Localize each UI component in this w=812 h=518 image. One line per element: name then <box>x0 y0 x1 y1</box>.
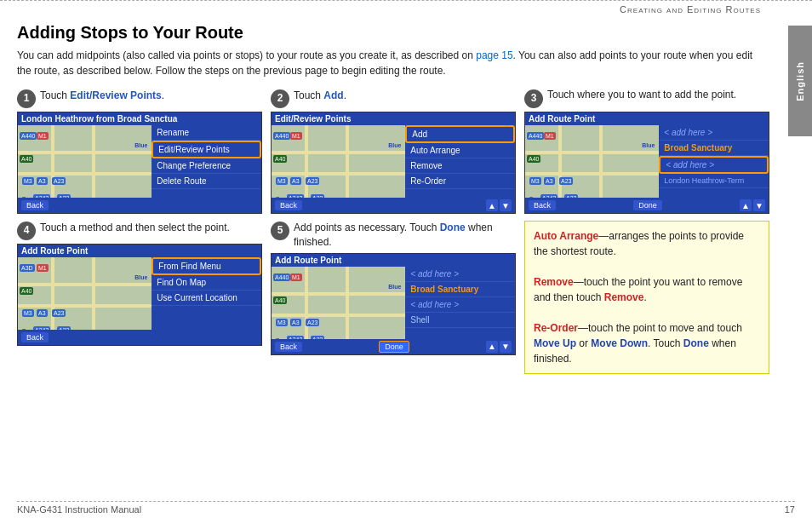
step-3-block: 3 Touch where you to want to add the poi… <box>524 89 769 214</box>
step-3-back-btn[interactable]: Back <box>529 200 556 210</box>
step-5-header: 5 Add points as necessary. Touch Done wh… <box>271 221 516 250</box>
step-5-broad-sanctuary: Broad Sanctuary <box>405 282 515 297</box>
step-3-map-title: Add Route Point <box>525 112 769 125</box>
step-4-find-on-map: Find On Map <box>152 275 261 291</box>
step-5-done-btn[interactable]: Done <box>379 341 409 353</box>
step-1-back-btn[interactable]: Back <box>21 200 49 210</box>
step-5-bottom-bar: Back Done ▲ ▼ <box>272 339 515 354</box>
step-4-map-title: Add Route Point <box>18 245 261 257</box>
step-2-up-arrow[interactable]: ▲ <box>486 199 498 211</box>
step-5-block: 5 Add points as necessary. Touch Done wh… <box>271 221 516 374</box>
page-header: Creating and Editing Routes <box>0 0 812 16</box>
step-1-edit-review: Edit/Review Points <box>152 141 261 158</box>
step-2-down-arrow[interactable]: ▼ <box>500 199 512 211</box>
step-4-header: 4 Touch a method and then select the poi… <box>17 221 262 240</box>
step-4-bottom-bar: Back <box>18 330 261 345</box>
step-4-instruction: Touch a method and then select the point… <box>40 221 230 235</box>
step-5-map-title: Add Route Point <box>272 254 515 267</box>
steps-grid: 1 Touch Edit/Review Points. London Heath… <box>17 89 769 374</box>
step-1-number: 1 <box>17 89 36 108</box>
step-2-auto-arrange: Auto Arrange <box>405 143 515 158</box>
step-2-map: Edit/Review Points A440 M1 A40 M3 A3 A23… <box>271 112 516 214</box>
step-2-instruction: Touch Add. <box>294 89 346 103</box>
step-5-back-btn[interactable]: Back <box>275 342 302 352</box>
step-5-number: 5 <box>271 222 289 240</box>
step-4-from-find: From Find Menu <box>152 257 261 275</box>
info-box: Auto Arrange—arranges the points to prov… <box>524 221 769 374</box>
step-2-reorder: Re-Order <box>405 174 515 189</box>
step-4-back-btn[interactable]: Back <box>21 332 49 342</box>
step-3-done-btn[interactable]: Done <box>633 200 662 210</box>
step-5-up-arrow[interactable]: ▲ <box>486 341 498 353</box>
step-1-change-pref: Change Preference <box>152 158 261 174</box>
step-1-map-title: London Heathrow from Broad Sanctua <box>18 112 261 125</box>
step-5-shell: Shell <box>405 313 515 328</box>
step-5-map: Add Route Point A440 M1 A40 M3 A3 A23 B· <box>271 253 516 355</box>
main-content: Adding Stops to Your Route You can add m… <box>0 16 812 381</box>
step-1-map: London Heathrow from Broad Sanctua A440 … <box>17 112 262 214</box>
step-1-delete-route: Delete Route <box>152 174 261 189</box>
step-3-map: Add Route Point A440 M1 A40 M3 A3 A23 B· <box>524 112 769 214</box>
step-3-bottom-bar: Back Done ▲ ▼ <box>525 198 769 213</box>
header-title: Creating and Editing Routes <box>620 4 761 14</box>
step-3-down-arrow[interactable]: ▼ <box>753 199 765 211</box>
step-3-header: 3 Touch where you to want to add the poi… <box>524 89 769 108</box>
step-2-block: 2 Touch Add. Edit/Review Points A440 M1 … <box>271 89 516 214</box>
step-4-number: 4 <box>17 222 36 240</box>
info-reorder: Re-Order—touch the point to move and tou… <box>534 320 760 366</box>
step-4-current-loc: Use Current Location <box>152 291 261 306</box>
page-title: Adding Stops to Your Route <box>17 23 769 43</box>
step-2-number: 2 <box>271 89 289 108</box>
step-3-instruction: Touch where you to want to add the point… <box>547 89 736 102</box>
page-link[interactable]: page 15 <box>476 49 512 61</box>
step-1-header: 1 Touch Edit/Review Points. <box>17 89 262 108</box>
step-1-rename: Rename <box>152 125 261 141</box>
info-remove: Remove—touch the point you want to remov… <box>534 274 760 305</box>
step-2-remove: Remove <box>405 158 515 174</box>
intro-text: You can add midpoints (also called via p… <box>17 48 769 78</box>
step-1-bottom-bar: Back <box>18 198 261 213</box>
step-3-broad-sanctuary: Broad Sanctuary <box>659 141 769 156</box>
step-2-add: Add <box>405 125 515 143</box>
side-tab: English <box>788 26 812 136</box>
step-1-instruction: Touch Edit/Review Points. <box>40 89 164 103</box>
info-auto-arrange: Auto Arrange—arranges the points to prov… <box>534 228 760 259</box>
step-5-add-here-bottom: < add here > <box>405 297 515 313</box>
step-5-down-arrow[interactable]: ▼ <box>500 341 512 353</box>
step-2-header: 2 Touch Add. <box>271 89 516 108</box>
step-2-map-title: Edit/Review Points <box>272 112 515 125</box>
step-1-block: 1 Touch Edit/Review Points. London Heath… <box>17 89 262 214</box>
step-3-london-term: London Heathrow-Term <box>659 174 769 188</box>
side-tab-label: English <box>795 61 805 101</box>
step-3-add-here-top: < add here > <box>659 125 769 141</box>
step-3-up-arrow[interactable]: ▲ <box>740 199 752 211</box>
step-4-map: Add Route Point A3D M1 A40 M3 A3 A23 B· <box>17 244 262 346</box>
step-3-number: 3 <box>524 89 543 108</box>
step-5-instruction: Add points as necessary. Touch Done when… <box>294 221 516 250</box>
footer-right: 17 <box>785 504 795 515</box>
step-5-add-here-top: < add here > <box>405 267 515 282</box>
step-3-add-here-bottom: < add here > <box>659 156 769 174</box>
step-2-bottom-bar: Back ▲ ▼ <box>272 198 515 213</box>
page-footer: KNA-G431 Instruction Manual 17 <box>17 501 795 515</box>
step-4-block: 4 Touch a method and then select the poi… <box>17 221 262 374</box>
step-2-back-btn[interactable]: Back <box>275 200 302 210</box>
footer-left: KNA-G431 Instruction Manual <box>17 504 141 515</box>
